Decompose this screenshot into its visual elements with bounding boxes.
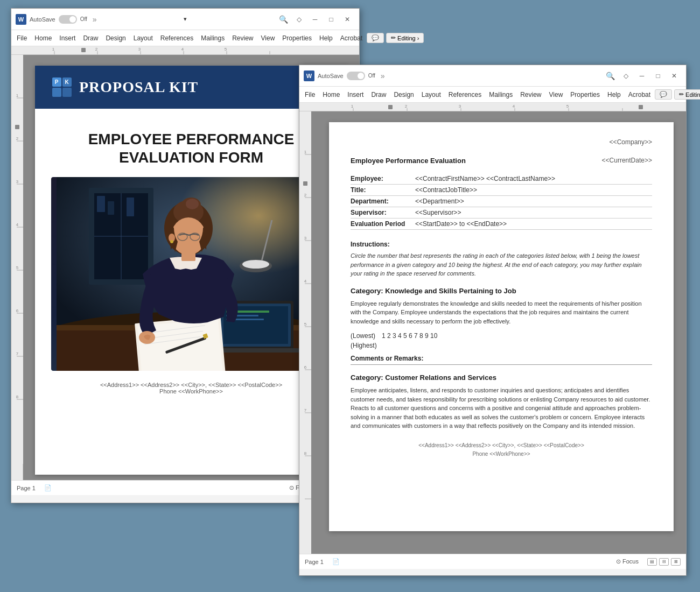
svg-rect-79 bbox=[639, 105, 643, 109]
svg-point-74 bbox=[170, 240, 173, 243]
svg-rect-34 bbox=[62, 88, 72, 97]
view-print-2[interactable]: ▤ bbox=[647, 558, 657, 566]
focus-btn-2[interactable]: ⊙ Focus bbox=[616, 558, 639, 565]
menu-home-2[interactable]: Home bbox=[319, 90, 343, 100]
menu-acro-2[interactable]: Acrobat bbox=[625, 90, 654, 100]
rating-row: (Lowest) 1 2 3 4 5 6 7 8 9 10 bbox=[351, 332, 652, 340]
close-btn-1[interactable]: ✕ bbox=[340, 13, 355, 26]
company-placeholder: <<Company>> bbox=[610, 138, 652, 146]
more-options-1[interactable]: » bbox=[90, 15, 99, 24]
menu-design-1[interactable]: Design bbox=[102, 33, 129, 43]
category1-text: Employee regularly demonstrates the know… bbox=[351, 299, 652, 326]
svg-text:4: 4 bbox=[304, 279, 307, 284]
menu-prop-2[interactable]: Properties bbox=[567, 90, 603, 100]
svg-text:1: 1 bbox=[304, 150, 307, 154]
svg-rect-13 bbox=[11, 55, 23, 464]
editing-btn-2[interactable]: ✏ Editing › bbox=[674, 89, 700, 100]
minimize-btn-2[interactable]: ─ bbox=[634, 69, 649, 82]
menu-view-2[interactable]: View bbox=[546, 90, 566, 100]
menu-help-2[interactable]: Help bbox=[604, 90, 624, 100]
autosave-off-1: Off bbox=[80, 16, 87, 22]
svg-text:6: 6 bbox=[304, 365, 307, 370]
svg-rect-77 bbox=[299, 103, 686, 111]
minimize-btn-1[interactable]: ─ bbox=[307, 13, 323, 26]
menu-insert-2[interactable]: Insert bbox=[344, 90, 367, 100]
ruler-2: 1 2 3 4 5 bbox=[299, 103, 686, 111]
menu-bar-2: File Home Insert Draw Design Layout Refe… bbox=[299, 87, 686, 103]
maximize-btn-1[interactable]: □ bbox=[324, 13, 339, 26]
menu-prop-1[interactable]: Properties bbox=[279, 33, 315, 43]
search-btn-2[interactable]: 🔍 bbox=[606, 72, 615, 80]
autosave-label-1: AutoSave bbox=[30, 16, 55, 23]
svg-rect-58 bbox=[210, 348, 302, 353]
eval-period-label: Evaluation Period bbox=[351, 219, 415, 230]
supervisor-value: <<Supervisor>> bbox=[415, 207, 652, 219]
pencil-icon-2: ✏ bbox=[679, 91, 684, 98]
svg-text:K: K bbox=[65, 79, 69, 85]
close-btn-2[interactable]: ✕ bbox=[667, 69, 682, 82]
instructions-title: Instructions: bbox=[351, 241, 652, 248]
menu-view-1[interactable]: View bbox=[258, 33, 278, 43]
company-header: <<Company>> bbox=[351, 138, 652, 146]
menu-mail-1[interactable]: Mailings bbox=[198, 33, 228, 43]
search-btn-1[interactable]: 🔍 bbox=[279, 15, 288, 24]
page-indicator-2: Page 1 bbox=[305, 559, 324, 565]
page2: <<Company>> Employee Performance Evaluat… bbox=[329, 122, 674, 531]
menu-insert-1[interactable]: Insert bbox=[56, 33, 79, 43]
ruler-inner-1: 1 2 3 4 5 bbox=[11, 46, 359, 54]
menu-review-2[interactable]: Review bbox=[517, 90, 544, 100]
page2-footer: <<Address1>> <<Address2>> <<City>>, <<St… bbox=[351, 441, 652, 459]
view-read-2[interactable]: ⊠ bbox=[671, 558, 681, 566]
supervisor-label: Supervisor: bbox=[351, 207, 415, 219]
editing-badge-1: 💬 ✏ Editing › bbox=[367, 33, 424, 43]
autosave-toggle-2[interactable] bbox=[347, 72, 365, 80]
designer-btn-1[interactable]: ◇ bbox=[291, 13, 306, 26]
word-window-2[interactable]: W AutoSave Off » ▾ 🔍 ◇ ─ □ ✕ File Home I… bbox=[299, 65, 687, 576]
category2-title: Category: Customer Relations and Service… bbox=[351, 373, 652, 382]
menu-ref-2[interactable]: References bbox=[445, 90, 485, 100]
ruler-1: 1 2 3 4 5 bbox=[11, 46, 359, 55]
more-options-2[interactable]: » bbox=[379, 72, 387, 80]
svg-text:1: 1 bbox=[52, 47, 55, 52]
svg-text:6: 6 bbox=[16, 308, 19, 313]
designer-btn-2[interactable]: ◇ bbox=[618, 69, 633, 82]
svg-text:5: 5 bbox=[304, 322, 307, 327]
svg-point-70 bbox=[171, 217, 206, 255]
svg-rect-0 bbox=[11, 46, 359, 54]
menu-acro-1[interactable]: Acrobat bbox=[337, 33, 366, 43]
svg-point-69 bbox=[186, 199, 199, 209]
menu-home-1[interactable]: Home bbox=[31, 33, 55, 43]
autosave-label-2: AutoSave bbox=[318, 73, 344, 79]
svg-text:3: 3 bbox=[304, 236, 307, 241]
window-controls-2: ◇ ─ □ ✕ bbox=[618, 69, 682, 82]
menu-review-1[interactable]: Review bbox=[229, 33, 256, 43]
menu-ref-1[interactable]: References bbox=[157, 33, 197, 43]
doc-title-line1: EMPLOYEE PERFORMANCE bbox=[51, 130, 331, 149]
comment-btn-1[interactable]: 💬 bbox=[367, 33, 384, 43]
menu-bar-1: File Home Insert Draw Design Layout Refe… bbox=[11, 30, 359, 46]
menu-layout-1[interactable]: Layout bbox=[130, 33, 156, 43]
svg-text:8: 8 bbox=[16, 394, 19, 399]
svg-text:8: 8 bbox=[304, 451, 307, 456]
rating-numbers: 1 2 3 4 5 6 7 8 9 10 bbox=[382, 332, 437, 340]
autosave-toggle-1[interactable] bbox=[59, 15, 77, 24]
svg-text:4: 4 bbox=[513, 104, 515, 109]
menu-file-2[interactable]: File bbox=[302, 90, 318, 100]
employee-label: Employee: bbox=[351, 173, 415, 185]
editing-btn-1[interactable]: ✏ Editing › bbox=[386, 33, 424, 43]
menu-draw-2[interactable]: Draw bbox=[368, 90, 389, 100]
word-count-icon-1: 📄 bbox=[44, 484, 52, 491]
menu-file-1[interactable]: File bbox=[13, 33, 30, 43]
menu-draw-1[interactable]: Draw bbox=[80, 33, 101, 43]
comments-line bbox=[351, 364, 652, 365]
maximize-btn-2[interactable]: □ bbox=[650, 69, 666, 82]
svg-text:1: 1 bbox=[16, 93, 19, 98]
menu-help-1[interactable]: Help bbox=[316, 33, 336, 43]
menu-layout-2[interactable]: Layout bbox=[418, 90, 444, 100]
editing-label-1: Editing bbox=[397, 35, 416, 41]
menu-design-2[interactable]: Design bbox=[390, 90, 417, 100]
view-web-2[interactable]: ⊟ bbox=[659, 558, 669, 566]
comment-btn-2[interactable]: 💬 bbox=[655, 89, 672, 100]
word-logo-1: W bbox=[16, 14, 26, 25]
menu-mail-2[interactable]: Mailings bbox=[486, 90, 516, 100]
